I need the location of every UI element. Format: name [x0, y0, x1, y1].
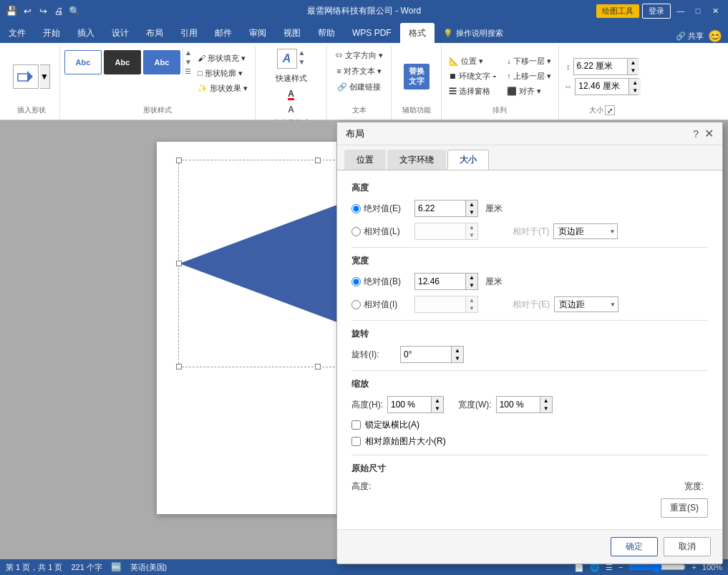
dialog-body: 高度 绝对值(E) ▲ ▼ 厘米 [337, 170, 722, 529]
scale-height-spinbox[interactable]: ▲ ▼ [387, 396, 444, 413]
width-relative-to-wrapper: 页边距 [554, 296, 618, 312]
rotation-input[interactable] [401, 347, 451, 362]
scale-height-item: 高度(H): ▲ ▼ [351, 396, 444, 413]
width-rel-spinners: ▲ ▼ [465, 296, 477, 312]
original-width-item: 宽度: [684, 480, 708, 493]
scale-width-up[interactable]: ▲ [540, 397, 552, 405]
height-absolute-spinbox[interactable]: ▲ ▼ [414, 200, 478, 217]
width-relative-row: 相对值(I) ▲ ▼ 相对于(E) [351, 296, 708, 313]
scale-width-input[interactable] [497, 397, 540, 412]
scale-height-up[interactable]: ▲ [432, 397, 443, 405]
dialog-tabs: 位置 文字环绕 大小 [337, 145, 722, 170]
scale-width-label: 宽度(W): [458, 399, 492, 411]
height-relative-row: 相对值(L) ▲ ▼ 相对于(T) [351, 223, 708, 240]
ok-button[interactable]: 确定 [611, 537, 658, 556]
height-rel-spinners: ▲ ▼ [465, 223, 477, 239]
width-absolute-radio[interactable] [351, 277, 361, 286]
width-relative-input[interactable] [415, 296, 465, 312]
width-absolute-label: 绝对值(B) [351, 276, 409, 288]
dialog-titlebar-controls: ? ✕ [693, 127, 714, 140]
width-relative-radio[interactable] [351, 300, 361, 309]
dialog-footer: 确定 取消 [337, 529, 722, 559]
reset-btn-row: 重置(S) [351, 498, 708, 518]
lock-aspect-label: 锁定纵横比(A) [365, 419, 419, 431]
cancel-button[interactable]: 取消 [664, 537, 711, 556]
relative-original-checkbox[interactable] [351, 437, 361, 446]
dialog-close-button[interactable]: ✕ [704, 127, 714, 140]
height-rel-down[interactable]: ▼ [466, 231, 477, 239]
height-relative-spinbox[interactable]: ▲ ▼ [414, 223, 478, 240]
relative-original-row[interactable]: 相对原始图片大小(R) [351, 435, 708, 448]
tab-size[interactable]: 大小 [447, 150, 489, 170]
original-size-title: 原始尺寸 [351, 463, 708, 475]
dialog-overlay: 布局 ? ✕ 位置 文字环绕 大小 高度 [0, 120, 728, 559]
height-abs-down[interactable]: ▼ [466, 208, 477, 216]
scale-width-down[interactable]: ▼ [540, 405, 552, 412]
app-window: 💾 ↩ ↪ 🖨 🔍 最需网络科技有限公司 - Word 绘图工具 登录 — □ … [0, 0, 728, 575]
scale-height-input[interactable] [388, 397, 431, 412]
width-rel-down[interactable]: ▼ [466, 304, 477, 312]
lock-aspect-row[interactable]: 锁定纵横比(A) [351, 419, 708, 431]
scale-row: 高度(H): ▲ ▼ 宽度(W): [351, 396, 708, 413]
width-section-title: 宽度 [351, 255, 708, 267]
original-width-label: 宽度: [684, 480, 704, 493]
original-size-row: 高度: 宽度: [351, 480, 708, 493]
width-relative-to-select[interactable]: 页边距 [554, 296, 618, 312]
height-absolute-row: 绝对值(E) ▲ ▼ 厘米 [351, 200, 708, 217]
height-relative-label: 相对值(L) [351, 226, 409, 238]
width-absolute-spinbox[interactable]: ▲ ▼ [414, 273, 478, 290]
height-relative-radio[interactable] [351, 227, 361, 236]
scale-section-title: 缩放 [351, 378, 708, 390]
dialog-titlebar: 布局 ? ✕ [337, 122, 722, 145]
height-width-divider [351, 247, 708, 248]
width-rotation-divider [351, 320, 708, 321]
height-relative-to-label: 相对于(T) [513, 226, 549, 238]
scale-width-spinners: ▲ ▼ [540, 397, 552, 412]
height-rel-up[interactable]: ▲ [466, 223, 477, 231]
dialog-title: 布局 [346, 127, 364, 140]
height-relative-to-select[interactable]: 页边距 [553, 223, 618, 239]
width-unit: 厘米 [485, 276, 503, 288]
layout-dialog: 布局 ? ✕ 位置 文字环绕 大小 高度 [336, 122, 723, 559]
rotation-up[interactable]: ▲ [452, 347, 463, 354]
rotation-section-title: 旋转 [351, 328, 708, 340]
scale-height-down[interactable]: ▼ [432, 405, 443, 412]
original-height-item: 高度: [351, 480, 375, 493]
reset-button[interactable]: 重置(S) [661, 498, 708, 518]
rotation-label: 旋转(I): [351, 349, 394, 361]
width-abs-up[interactable]: ▲ [466, 274, 477, 281]
width-abs-down[interactable]: ▼ [466, 281, 477, 289]
width-relative-text: 相对值(I) [364, 299, 397, 311]
width-relative-label: 相对值(I) [351, 299, 409, 311]
original-height-label: 高度: [351, 480, 371, 493]
height-relative-text: 相对值(L) [364, 226, 400, 238]
height-unit: 厘米 [485, 203, 503, 215]
rotation-row: 旋转(I): ▲ ▼ [351, 346, 708, 363]
relative-original-label: 相对原始图片大小(R) [365, 435, 446, 448]
height-relative-to: 相对于(T) 页边距 [513, 223, 618, 239]
height-absolute-input[interactable] [415, 200, 465, 216]
width-absolute-row: 绝对值(B) ▲ ▼ 厘米 [351, 273, 708, 290]
rotation-spinners: ▲ ▼ [451, 347, 463, 362]
width-relative-spinbox[interactable]: ▲ ▼ [414, 296, 478, 313]
height-spinners: ▲ ▼ [465, 200, 477, 216]
help-button[interactable]: ? [693, 128, 699, 140]
rotation-spinbox[interactable]: ▲ ▼ [400, 346, 464, 363]
scale-width-spinbox[interactable]: ▲ ▼ [496, 396, 553, 413]
rotation-down[interactable]: ▼ [452, 354, 463, 362]
scale-height-label: 高度(H): [351, 399, 383, 411]
width-absolute-text: 绝对值(B) [364, 276, 401, 288]
height-absolute-radio[interactable] [351, 204, 361, 213]
height-relative-input[interactable] [415, 223, 465, 239]
height-abs-up[interactable]: ▲ [466, 200, 477, 208]
content-area: 最需教育 布局 ? ✕ 位置 文字环绕 大小 [0, 120, 728, 559]
width-absolute-input[interactable] [415, 274, 465, 289]
lock-aspect-checkbox[interactable] [351, 420, 361, 430]
width-rel-up[interactable]: ▲ [466, 296, 477, 304]
scale-original-divider [351, 455, 708, 455]
rotation-scale-divider [351, 370, 708, 371]
tab-position[interactable]: 位置 [344, 150, 386, 170]
width-spinners: ▲ ▼ [465, 274, 477, 289]
width-relative-to: 相对于(E) 页边距 [513, 296, 618, 312]
tab-text-wrap[interactable]: 文字环绕 [387, 150, 446, 170]
